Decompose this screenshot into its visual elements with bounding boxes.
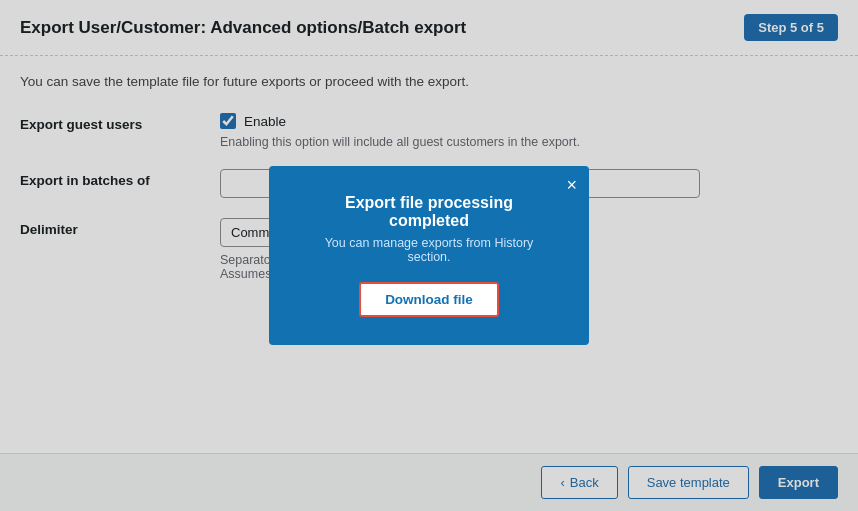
download-label: Download file	[385, 292, 473, 307]
modal-dialog: × Export file processing completed You c…	[269, 166, 589, 345]
download-file-button[interactable]: Download file	[359, 282, 499, 317]
modal-overlay: × Export file processing completed You c…	[0, 0, 858, 511]
main-panel: Export User/Customer: Advanced options/B…	[0, 0, 858, 511]
modal-subtitle: You can manage exports from History sect…	[305, 236, 553, 264]
modal-title: Export file processing completed	[305, 194, 553, 230]
modal-close-button[interactable]: ×	[566, 176, 577, 194]
